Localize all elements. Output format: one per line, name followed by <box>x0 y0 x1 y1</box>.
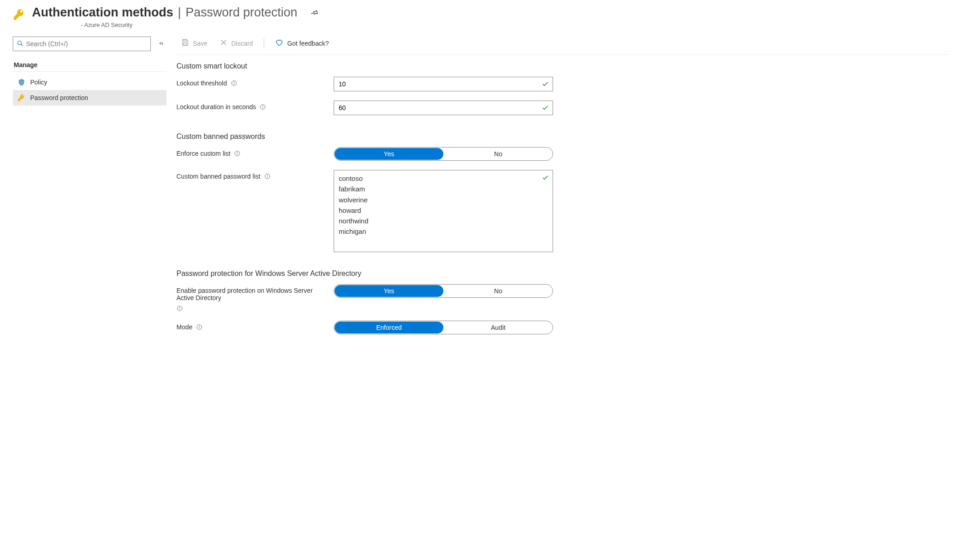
label-lockout-duration: Lockout duration in seconds <box>176 103 256 111</box>
info-icon[interactable] <box>264 173 271 180</box>
feedback-button[interactable]: Got feedback? <box>271 37 333 50</box>
svg-point-8 <box>234 82 234 82</box>
svg-point-20 <box>180 307 180 307</box>
info-icon[interactable] <box>260 104 266 110</box>
info-icon[interactable] <box>196 324 202 330</box>
banned-password-values: contosofabrikamwolverinehowardnorthwindm… <box>339 173 537 237</box>
label-mode: Mode <box>176 323 192 331</box>
section-title-banned: Custom banned passwords <box>176 132 949 141</box>
sidebar-section-manage: Manage <box>14 61 166 69</box>
sidebar-item-label: Policy <box>30 79 47 86</box>
input-lockout-threshold-wrap <box>334 77 553 91</box>
toggle-option-yes[interactable]: Yes <box>335 285 443 297</box>
input-lockout-duration[interactable] <box>334 104 553 111</box>
row-banned-password-list: Custom banned password list contosofabri… <box>176 170 949 252</box>
close-icon <box>219 38 228 48</box>
toggle-option-yes[interactable]: Yes <box>335 148 443 160</box>
pin-button[interactable] <box>310 9 319 17</box>
heart-icon <box>275 38 283 48</box>
key-icon <box>17 94 26 102</box>
sidebar-separator <box>13 71 166 72</box>
row-enforce-custom-list: Enforce custom list Yes No <box>176 147 949 161</box>
row-lockout-threshold: Lockout threshold <box>176 77 949 91</box>
title-primary: Authentication methods <box>32 5 173 20</box>
page-title: Authentication methods | Password protec… <box>32 5 949 20</box>
breadcrumb: - Azure AD Security <box>81 21 949 28</box>
banned-password-entry: howard <box>339 205 537 216</box>
check-icon <box>542 174 549 181</box>
textarea-banned-password-list[interactable]: contosofabrikamwolverinehowardnorthwindm… <box>334 170 553 252</box>
search-input-wrap[interactable] <box>13 37 151 51</box>
toggle-mode[interactable]: Enforced Audit <box>334 321 553 334</box>
search-icon <box>17 40 23 48</box>
toggle-option-no[interactable]: No <box>444 285 553 297</box>
discard-button[interactable]: Discard <box>215 37 257 50</box>
svg-point-0 <box>18 41 21 44</box>
toolbar-separator <box>264 38 264 48</box>
input-lockout-duration-wrap <box>334 100 553 115</box>
svg-point-17 <box>267 175 267 175</box>
svg-point-14 <box>237 152 238 153</box>
section-title-lockout: Custom smart lockout <box>176 62 949 70</box>
svg-point-11 <box>263 106 263 106</box>
section-title-winsrv: Password protection for Windows Server A… <box>176 269 949 278</box>
info-icon[interactable] <box>176 305 183 312</box>
save-button-label: Save <box>193 40 208 47</box>
check-icon <box>542 80 549 88</box>
info-icon[interactable] <box>234 150 240 157</box>
toggle-option-audit[interactable]: Audit <box>444 321 553 334</box>
info-icon[interactable] <box>231 80 237 86</box>
collapse-sidebar-button[interactable] <box>156 38 166 50</box>
toggle-enforce-custom-list[interactable]: Yes No <box>334 147 553 161</box>
banned-password-entry: contoso <box>339 173 537 184</box>
main-panel: Save Discard Got feedback? <box>176 37 949 343</box>
toggle-option-no[interactable]: No <box>444 148 553 160</box>
sidebar-item-label: Password protection <box>30 94 88 101</box>
toggle-enable-winsrv[interactable]: Yes No <box>334 284 553 298</box>
svg-rect-3 <box>184 43 186 45</box>
sidebar-item-password-protection[interactable]: Password protection <box>13 90 166 106</box>
discard-button-label: Discard <box>231 40 253 47</box>
toolbar: Save Discard Got feedback? <box>176 37 949 55</box>
row-mode: Mode Enforced Audit <box>176 321 949 334</box>
save-icon <box>181 38 189 48</box>
feedback-button-label: Got feedback? <box>287 40 329 47</box>
label-lockout-threshold: Lockout threshold <box>176 79 227 87</box>
page-header: Authentication methods | Password protec… <box>13 5 949 28</box>
policy-icon <box>17 78 26 86</box>
search-input[interactable] <box>26 40 147 48</box>
row-enable-winsrv: Enable password protection on Windows Se… <box>176 284 949 312</box>
title-divider: | <box>178 5 181 20</box>
label-enforce-custom-list: Enforce custom list <box>176 150 230 157</box>
input-lockout-threshold[interactable] <box>334 80 553 88</box>
check-icon <box>542 104 549 111</box>
sidebar: Manage Policy Password protection <box>13 37 166 343</box>
toggle-option-enforced[interactable]: Enforced <box>335 322 443 333</box>
title-secondary: Password protection <box>186 5 298 20</box>
sidebar-item-policy[interactable]: Policy <box>13 74 166 90</box>
banned-password-entry: michigan <box>339 226 537 237</box>
banned-password-entry: northwind <box>339 216 537 226</box>
svg-line-1 <box>21 44 23 46</box>
banned-password-entry: fabrikam <box>339 184 537 194</box>
label-banned-password-list: Custom banned password list <box>176 173 261 180</box>
banned-password-entry: wolverine <box>339 195 537 205</box>
svg-point-23 <box>199 326 200 326</box>
save-button[interactable]: Save <box>176 37 212 50</box>
label-enable-winsrv: Enable password protection on Windows Se… <box>176 287 325 301</box>
key-icon <box>13 8 26 21</box>
svg-rect-2 <box>184 39 186 41</box>
row-lockout-duration: Lockout duration in seconds <box>176 100 949 115</box>
